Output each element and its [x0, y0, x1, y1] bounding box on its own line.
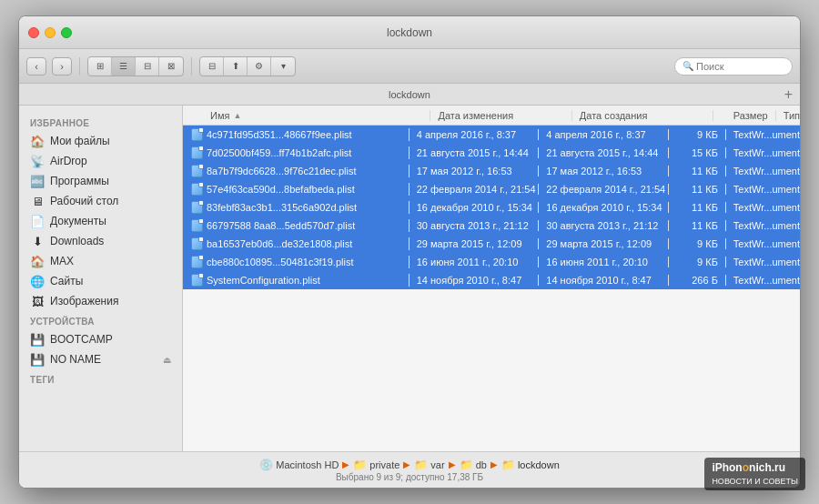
sidebar-item-label: Рабочий стол [50, 195, 118, 207]
file-icon [190, 165, 203, 177]
status-text: Выбрано 9 из 9; доступно 17,38 ГБ [336, 472, 483, 482]
desktop-icon: 🖥 [30, 194, 45, 208]
file-name-cell: 4c971fd95d351...48667f9ee.plist [183, 128, 410, 141]
file-icon [190, 256, 203, 268]
file-icon [190, 219, 203, 232]
titlebar: lockdown [19, 16, 800, 49]
sidebar-item-label: Программы [50, 175, 109, 187]
file-name-cell: 8a7b7f9dc6628...9f76c21dec.plist [183, 165, 410, 177]
sidebar-item-documents[interactable]: 📄 Документы [19, 211, 182, 231]
file-name: 66797588 8aa8...5edd570d7.plist [207, 220, 355, 231]
gear-btn[interactable]: ⚙ [248, 57, 271, 76]
col-name-header[interactable]: Имя ▲ [183, 110, 430, 121]
col-modified-header[interactable]: Дата изменения [430, 110, 571, 121]
breadcrumb-arrow: ▶ [449, 459, 456, 469]
plist-icon [191, 219, 203, 232]
forward-button[interactable]: › [52, 57, 72, 76]
plist-icon [191, 146, 203, 159]
file-name-cell: 57e4f63ca590d...8befafbeda.plist [183, 183, 410, 196]
gear-dropdown-btn[interactable]: ▾ [271, 57, 295, 76]
sidebar-item-my-files[interactable]: 🏠 Мои файлы [19, 131, 182, 151]
table-row[interactable]: 57e4f63ca590d...8befafbeda.plist 22 февр… [183, 180, 800, 198]
sidebar-item-label: NO NAME [50, 353, 101, 366]
breadcrumb-label: private [369, 459, 399, 470]
file-created-cell: 16 июня 2011 г., 20:10 [539, 257, 669, 267]
breadcrumb-arrow: ▶ [342, 459, 349, 469]
files-scroll[interactable]: 4c971fd95d351...48667f9ee.plist 4 апреля… [183, 126, 800, 451]
file-type-cell: TextWr...ument [726, 238, 800, 249]
col-size-header[interactable]: Размер [713, 110, 775, 121]
file-name-cell: cbe880c10895...50481c3f19.plist [183, 256, 410, 268]
table-row[interactable]: ba16537eb0d6...de32e1808.plist 29 марта … [183, 235, 800, 253]
breadcrumb-item[interactable]: 📁var [414, 459, 444, 471]
file-modified-cell: 29 марта 2015 г., 12:09 [410, 238, 540, 249]
sidebar-item-noname[interactable]: 💾 NO NAME ⏏ [19, 349, 182, 369]
file-created-cell: 22 февраля 2014 г., 21:54 [539, 184, 669, 195]
eject-icon[interactable]: ⏏ [163, 355, 171, 365]
file-modified-cell: 22 февраля 2014 г., 21:54 [410, 184, 540, 195]
table-row[interactable]: 7d02500bf459...ff74b1b2afc.plist 21 авгу… [183, 144, 800, 162]
plist-icon [191, 183, 203, 196]
sidebar-item-label: BOOTCAMP [50, 333, 113, 346]
sidebar-item-desktop[interactable]: 🖥 Рабочий стол [19, 191, 182, 211]
breadcrumb-label: var [430, 459, 444, 470]
devices-section-label: Устройства [19, 311, 182, 329]
file-size-cell: 11 КБ [669, 220, 726, 231]
col-type-header[interactable]: Тип [776, 110, 800, 121]
list-view-btn[interactable]: ☰ [112, 57, 136, 76]
sidebar-item-images[interactable]: 🖼 Изображения [19, 291, 182, 311]
breadcrumb-item[interactable]: 📁private [353, 459, 399, 471]
main-content: Избранное 🏠 Мои файлы 📡 AirDrop 🔤 Програ… [19, 106, 800, 451]
file-size-cell: 9 КБ [669, 129, 726, 140]
sidebar-item-downloads[interactable]: ⬇ Downloads [19, 231, 182, 251]
breadcrumb-arrow: ▶ [403, 459, 410, 469]
maximize-button[interactable] [61, 27, 72, 38]
search-box[interactable]: 🔍 [674, 57, 793, 76]
breadcrumb-item[interactable]: 💿Macintosh HD [259, 459, 339, 471]
minimize-button[interactable] [45, 27, 56, 38]
sidebar-item-programs[interactable]: 🔤 Программы [19, 171, 182, 191]
sidebar-item-label: Сайты [50, 275, 83, 287]
file-name: 57e4f63ca590d...8befafbeda.plist [207, 184, 355, 195]
close-button[interactable] [28, 27, 39, 38]
back-button[interactable]: ‹ [26, 57, 46, 76]
arrange-btn[interactable]: ⊟ [200, 57, 224, 76]
icon-view-btn[interactable]: ⊞ [88, 57, 112, 76]
file-size-cell: 11 КБ [669, 166, 726, 176]
share-btn[interactable]: ⬆ [224, 57, 248, 76]
file-created-cell: 4 апреля 2016 г., 8:37 [539, 129, 669, 140]
column-view-btn[interactable]: ⊟ [136, 57, 159, 76]
sidebar-item-max[interactable]: 🏠 MAX [19, 251, 182, 271]
file-created-cell: 29 марта 2015 г., 12:09 [539, 238, 669, 249]
max-icon: 🏠 [30, 254, 45, 268]
table-row[interactable]: 8a7b7f9dc6628...9f76c21dec.plist 17 мая … [183, 162, 800, 180]
file-type-cell: TextWr...ument [726, 257, 800, 267]
programs-icon: 🔤 [30, 174, 45, 188]
folder-icon: 📁 [353, 459, 367, 471]
breadcrumb-item[interactable]: 📁lockdown [501, 459, 560, 471]
sidebar-item-airdrop[interactable]: 📡 AirDrop [19, 151, 182, 171]
plist-icon [191, 237, 203, 250]
table-row[interactable]: SystemConfiguration.plist 14 ноября 2010… [183, 271, 800, 289]
breadcrumb-item[interactable]: 📁db [460, 459, 487, 471]
file-created-cell: 17 мая 2012 г., 16:53 [539, 166, 669, 176]
cover-view-btn[interactable]: ⊠ [159, 57, 183, 76]
sidebar-item-bootcamp[interactable]: 💾 BOOTCAMP [19, 329, 182, 349]
col-created-header[interactable]: Дата создания [572, 110, 713, 121]
add-tab-button[interactable]: + [784, 87, 793, 102]
downloads-icon: ⬇ [30, 234, 45, 248]
sidebar-item-label: Документы [50, 215, 106, 227]
file-modified-cell: 17 мая 2012 г., 16:53 [410, 166, 540, 176]
file-name-cell: 66797588 8aa8...5edd570d7.plist [183, 219, 410, 232]
search-input[interactable] [696, 61, 784, 72]
table-row[interactable]: cbe880c10895...50481c3f19.plist 16 июня … [183, 253, 800, 271]
table-row[interactable]: 4c971fd95d351...48667f9ee.plist 4 апреля… [183, 126, 800, 144]
table-row[interactable]: 83febf83ac3b1...315c6a902d.plist 16 дека… [183, 198, 800, 217]
file-icon [190, 146, 203, 159]
sidebar-item-label: Downloads [50, 235, 104, 247]
sidebar-item-sites[interactable]: 🌐 Сайты [19, 271, 182, 291]
toolbar-separator-2 [191, 57, 192, 76]
file-size-cell: 11 КБ [669, 184, 726, 195]
table-row[interactable]: 66797588 8aa8...5edd570d7.plist 30 авгус… [183, 217, 800, 235]
file-created-cell: 30 августа 2013 г., 21:12 [539, 220, 669, 231]
